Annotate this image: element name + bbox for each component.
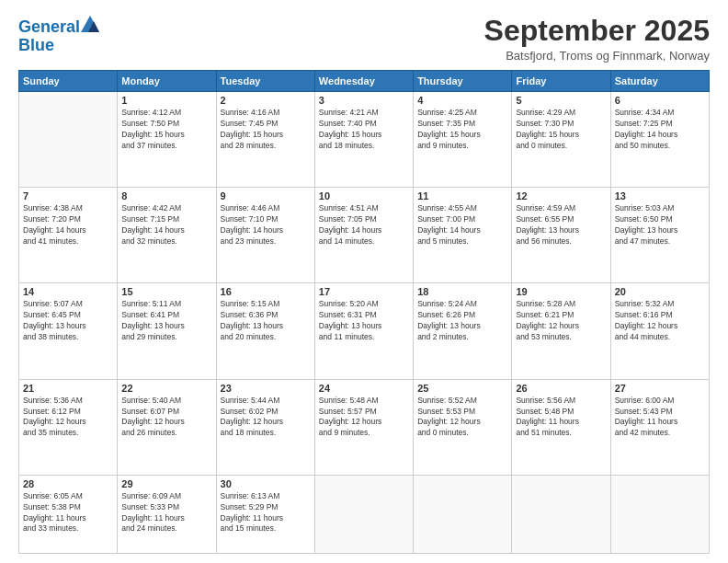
table-row: 21Sunrise: 5:36 AM Sunset: 6:12 PM Dayli… [19,379,118,475]
day-number: 6 [615,95,705,106]
day-number: 4 [417,95,507,106]
day-info: Sunrise: 5:36 AM Sunset: 6:12 PM Dayligh… [23,396,113,440]
location-subtitle: Batsfjord, Troms og Finnmark, Norway [484,49,710,63]
logo-text2: Blue [18,37,54,55]
day-number: 24 [319,383,409,394]
table-row: 11Sunrise: 4:55 AM Sunset: 7:00 PM Dayli… [414,188,512,283]
day-number: 26 [516,383,606,394]
day-info: Sunrise: 5:15 AM Sunset: 6:36 PM Dayligh… [221,299,311,343]
day-info: Sunrise: 5:03 AM Sunset: 6:50 PM Dayligh… [615,203,705,247]
table-row: 29Sunrise: 6:09 AM Sunset: 5:33 PM Dayli… [118,475,216,553]
day-number: 15 [121,286,211,297]
day-info: Sunrise: 5:07 AM Sunset: 6:45 PM Dayligh… [23,299,113,343]
day-number: 27 [615,383,705,394]
day-number: 7 [23,190,113,201]
day-info: Sunrise: 6:09 AM Sunset: 5:33 PM Dayligh… [121,491,211,535]
day-number: 5 [516,95,606,106]
day-number: 30 [221,478,311,489]
table-row: 5Sunrise: 4:29 AM Sunset: 7:30 PM Daylig… [512,92,610,188]
day-info: Sunrise: 4:55 AM Sunset: 7:00 PM Dayligh… [417,203,507,247]
table-row: 30Sunrise: 6:13 AM Sunset: 5:29 PM Dayli… [216,475,314,553]
table-row [314,475,413,553]
table-row: 27Sunrise: 6:00 AM Sunset: 5:43 PM Dayli… [610,379,709,475]
table-row: 15Sunrise: 5:11 AM Sunset: 6:41 PM Dayli… [118,283,216,379]
table-row [512,475,610,553]
table-row: 4Sunrise: 4:25 AM Sunset: 7:35 PM Daylig… [414,92,512,188]
day-info: Sunrise: 5:44 AM Sunset: 6:02 PM Dayligh… [221,396,311,440]
day-info: Sunrise: 5:11 AM Sunset: 6:41 PM Dayligh… [121,299,211,343]
day-number: 16 [221,286,311,297]
header: General Blue September 2025 Batsfjord, T… [18,15,710,63]
day-info: Sunrise: 4:29 AM Sunset: 7:30 PM Dayligh… [516,108,606,152]
col-saturday: Saturday [610,71,709,92]
table-row: 20Sunrise: 5:32 AM Sunset: 6:16 PM Dayli… [610,283,709,379]
calendar-week-row: 21Sunrise: 5:36 AM Sunset: 6:12 PM Dayli… [19,379,710,475]
day-number: 23 [221,383,311,394]
day-info: Sunrise: 4:46 AM Sunset: 7:10 PM Dayligh… [221,203,311,247]
logo-text: General [18,18,80,37]
table-row: 3Sunrise: 4:21 AM Sunset: 7:40 PM Daylig… [314,92,413,188]
table-row: 10Sunrise: 4:51 AM Sunset: 7:05 PM Dayli… [314,188,413,283]
table-row: 14Sunrise: 5:07 AM Sunset: 6:45 PM Dayli… [19,283,118,379]
calendar-table: Sunday Monday Tuesday Wednesday Thursday… [18,70,710,554]
day-info: Sunrise: 4:12 AM Sunset: 7:50 PM Dayligh… [121,108,211,152]
day-info: Sunrise: 6:13 AM Sunset: 5:29 PM Dayligh… [221,491,311,535]
day-number: 12 [516,190,606,201]
day-number: 18 [417,286,507,297]
col-thursday: Thursday [414,71,512,92]
table-row: 6Sunrise: 4:34 AM Sunset: 7:25 PM Daylig… [610,92,709,188]
day-number: 8 [121,190,211,201]
day-info: Sunrise: 5:24 AM Sunset: 6:26 PM Dayligh… [417,299,507,343]
month-title: September 2025 [484,15,710,47]
day-number: 10 [319,190,409,201]
day-info: Sunrise: 4:59 AM Sunset: 6:55 PM Dayligh… [516,203,606,247]
title-block: September 2025 Batsfjord, Troms og Finnm… [484,15,710,63]
day-number: 11 [417,190,507,201]
table-row: 25Sunrise: 5:52 AM Sunset: 5:53 PM Dayli… [414,379,512,475]
day-info: Sunrise: 5:32 AM Sunset: 6:16 PM Dayligh… [615,299,705,343]
day-number: 25 [417,383,507,394]
day-number: 3 [319,95,409,106]
table-row: 28Sunrise: 6:05 AM Sunset: 5:38 PM Dayli… [19,475,118,553]
table-row: 23Sunrise: 5:44 AM Sunset: 6:02 PM Dayli… [216,379,314,475]
day-info: Sunrise: 5:56 AM Sunset: 5:48 PM Dayligh… [516,396,606,440]
day-info: Sunrise: 4:51 AM Sunset: 7:05 PM Dayligh… [319,203,409,247]
table-row: 19Sunrise: 5:28 AM Sunset: 6:21 PM Dayli… [512,283,610,379]
table-row: 9Sunrise: 4:46 AM Sunset: 7:10 PM Daylig… [216,188,314,283]
table-row: 13Sunrise: 5:03 AM Sunset: 6:50 PM Dayli… [610,188,709,283]
col-wednesday: Wednesday [314,71,413,92]
table-row: 18Sunrise: 5:24 AM Sunset: 6:26 PM Dayli… [414,283,512,379]
day-number: 13 [615,190,705,201]
day-number: 29 [121,478,211,489]
day-info: Sunrise: 4:38 AM Sunset: 7:20 PM Dayligh… [23,203,113,247]
day-number: 21 [23,383,113,394]
table-row: 24Sunrise: 5:48 AM Sunset: 5:57 PM Dayli… [314,379,413,475]
col-tuesday: Tuesday [216,71,314,92]
table-row: 16Sunrise: 5:15 AM Sunset: 6:36 PM Dayli… [216,283,314,379]
logo-icon [81,16,99,32]
calendar-header-row: Sunday Monday Tuesday Wednesday Thursday… [19,71,710,92]
table-row: 1Sunrise: 4:12 AM Sunset: 7:50 PM Daylig… [118,92,216,188]
table-row [414,475,512,553]
day-number: 19 [516,286,606,297]
calendar-week-row: 1Sunrise: 4:12 AM Sunset: 7:50 PM Daylig… [19,92,710,188]
day-number: 20 [615,286,705,297]
table-row: 22Sunrise: 5:40 AM Sunset: 6:07 PM Dayli… [118,379,216,475]
page: General Blue September 2025 Batsfjord, T… [0,0,728,563]
day-info: Sunrise: 4:21 AM Sunset: 7:40 PM Dayligh… [319,108,409,152]
day-info: Sunrise: 6:05 AM Sunset: 5:38 PM Dayligh… [23,491,113,535]
table-row: 2Sunrise: 4:16 AM Sunset: 7:45 PM Daylig… [216,92,314,188]
day-number: 28 [23,478,113,489]
day-info: Sunrise: 4:16 AM Sunset: 7:45 PM Dayligh… [221,108,311,152]
logo: General Blue [18,18,99,55]
day-number: 17 [319,286,409,297]
calendar-week-row: 14Sunrise: 5:07 AM Sunset: 6:45 PM Dayli… [19,283,710,379]
table-row [610,475,709,553]
table-row: 8Sunrise: 4:42 AM Sunset: 7:15 PM Daylig… [118,188,216,283]
day-number: 9 [221,190,311,201]
day-number: 1 [121,95,211,106]
col-friday: Friday [512,71,610,92]
day-info: Sunrise: 4:42 AM Sunset: 7:15 PM Dayligh… [121,203,211,247]
table-row: 7Sunrise: 4:38 AM Sunset: 7:20 PM Daylig… [19,188,118,283]
table-row: 12Sunrise: 4:59 AM Sunset: 6:55 PM Dayli… [512,188,610,283]
